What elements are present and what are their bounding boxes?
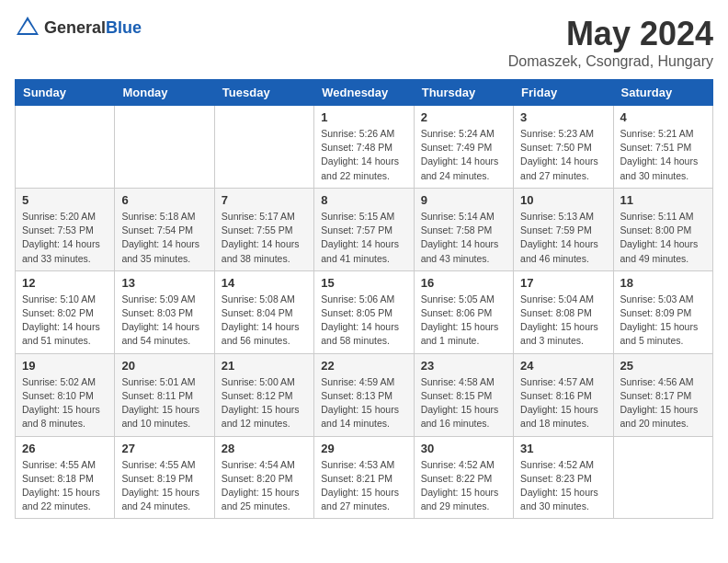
calendar-cell: 10Sunrise: 5:13 AM Sunset: 7:59 PM Dayli… — [514, 188, 613, 270]
calendar-cell: 16Sunrise: 5:05 AM Sunset: 8:06 PM Dayli… — [414, 270, 513, 353]
calendar-cell: 22Sunrise: 4:59 AM Sunset: 8:13 PM Dayli… — [314, 353, 414, 436]
calendar-cell: 21Sunrise: 5:00 AM Sunset: 8:12 PM Dayli… — [214, 353, 313, 436]
calendar-cell: 11Sunrise: 5:11 AM Sunset: 8:00 PM Dayli… — [613, 188, 712, 270]
calendar-cell: 6Sunrise: 5:18 AM Sunset: 7:54 PM Daylig… — [115, 188, 214, 270]
calendar-cell: 1Sunrise: 5:26 AM Sunset: 7:48 PM Daylig… — [314, 106, 414, 189]
weekday-header-tuesday: Tuesday — [214, 80, 313, 106]
calendar-cell: 20Sunrise: 5:01 AM Sunset: 8:11 PM Dayli… — [115, 353, 214, 436]
day-info: Sunrise: 4:55 AM Sunset: 8:18 PM Dayligh… — [22, 458, 108, 514]
day-info: Sunrise: 4:54 AM Sunset: 8:20 PM Dayligh… — [222, 458, 307, 514]
weekday-header-row: SundayMondayTuesdayWednesdayThursdayFrid… — [16, 80, 713, 106]
weekday-header-saturday: Saturday — [613, 80, 712, 106]
day-number: 9 — [421, 193, 506, 207]
day-number: 24 — [520, 359, 606, 373]
day-info: Sunrise: 4:52 AM Sunset: 8:23 PM Dayligh… — [520, 458, 606, 514]
day-number: 20 — [121, 359, 207, 373]
day-number: 17 — [520, 276, 606, 290]
day-info: Sunrise: 5:18 AM Sunset: 7:54 PM Dayligh… — [121, 210, 207, 266]
month-title: May 2024 — [508, 15, 713, 53]
day-info: Sunrise: 5:21 AM Sunset: 7:51 PM Dayligh… — [620, 127, 706, 183]
day-info: Sunrise: 5:20 AM Sunset: 7:53 PM Dayligh… — [22, 210, 108, 266]
day-info: Sunrise: 5:24 AM Sunset: 7:49 PM Dayligh… — [421, 127, 506, 183]
day-info: Sunrise: 4:56 AM Sunset: 8:17 PM Dayligh… — [620, 375, 706, 431]
day-info: Sunrise: 5:11 AM Sunset: 8:00 PM Dayligh… — [620, 210, 706, 266]
calendar-cell — [613, 436, 712, 519]
day-number: 23 — [421, 359, 506, 373]
day-number: 8 — [321, 193, 406, 207]
day-number: 12 — [22, 276, 108, 290]
day-number: 10 — [520, 193, 606, 207]
calendar-cell: 18Sunrise: 5:03 AM Sunset: 8:09 PM Dayli… — [613, 270, 712, 353]
day-info: Sunrise: 4:55 AM Sunset: 8:19 PM Dayligh… — [121, 458, 207, 514]
calendar-cell: 2Sunrise: 5:24 AM Sunset: 7:49 PM Daylig… — [414, 106, 513, 189]
calendar-cell: 5Sunrise: 5:20 AM Sunset: 7:53 PM Daylig… — [16, 188, 115, 270]
day-number: 31 — [520, 442, 606, 455]
day-number: 1 — [321, 110, 406, 124]
day-number: 4 — [620, 110, 706, 124]
day-info: Sunrise: 4:57 AM Sunset: 8:16 PM Dayligh… — [520, 375, 606, 431]
day-info: Sunrise: 5:26 AM Sunset: 7:48 PM Dayligh… — [321, 127, 406, 183]
day-info: Sunrise: 5:14 AM Sunset: 7:58 PM Dayligh… — [421, 210, 506, 266]
weekday-header-friday: Friday — [514, 80, 613, 106]
day-number: 19 — [22, 359, 108, 373]
calendar-cell: 24Sunrise: 4:57 AM Sunset: 8:16 PM Dayli… — [514, 353, 613, 436]
calendar-cell — [115, 106, 214, 189]
calendar-week-row: 1Sunrise: 5:26 AM Sunset: 7:48 PM Daylig… — [16, 106, 713, 189]
location-title: Domaszek, Csongrad, Hungary — [508, 53, 713, 70]
calendar-cell: 27Sunrise: 4:55 AM Sunset: 8:19 PM Dayli… — [115, 436, 214, 519]
day-number: 29 — [321, 442, 406, 455]
title-block: May 2024 Domaszek, Csongrad, Hungary — [508, 15, 713, 70]
calendar-week-row: 26Sunrise: 4:55 AM Sunset: 8:18 PM Dayli… — [16, 436, 713, 519]
day-info: Sunrise: 5:06 AM Sunset: 8:05 PM Dayligh… — [321, 293, 406, 349]
calendar-cell: 15Sunrise: 5:06 AM Sunset: 8:05 PM Dayli… — [314, 270, 414, 353]
calendar-cell: 3Sunrise: 5:23 AM Sunset: 7:50 PM Daylig… — [514, 106, 613, 189]
calendar-cell: 29Sunrise: 4:53 AM Sunset: 8:21 PM Dayli… — [314, 436, 414, 519]
calendar-cell: 19Sunrise: 5:02 AM Sunset: 8:10 PM Dayli… — [16, 353, 115, 436]
day-number: 25 — [620, 359, 706, 373]
day-number: 2 — [421, 110, 506, 124]
day-number: 22 — [321, 359, 406, 373]
day-number: 11 — [620, 193, 706, 207]
calendar-week-row: 12Sunrise: 5:10 AM Sunset: 8:02 PM Dayli… — [16, 270, 713, 353]
day-info: Sunrise: 5:00 AM Sunset: 8:12 PM Dayligh… — [222, 375, 307, 431]
day-info: Sunrise: 5:23 AM Sunset: 7:50 PM Dayligh… — [520, 127, 606, 183]
day-info: Sunrise: 5:02 AM Sunset: 8:10 PM Dayligh… — [22, 375, 108, 431]
calendar-cell: 28Sunrise: 4:54 AM Sunset: 8:20 PM Dayli… — [214, 436, 313, 519]
logo-icon — [15, 15, 40, 40]
day-number: 16 — [421, 276, 506, 290]
day-number: 5 — [22, 193, 108, 207]
day-info: Sunrise: 5:04 AM Sunset: 8:08 PM Dayligh… — [520, 293, 606, 349]
day-info: Sunrise: 5:17 AM Sunset: 7:55 PM Dayligh… — [222, 210, 307, 266]
day-number: 30 — [421, 442, 506, 455]
weekday-header-thursday: Thursday — [414, 80, 513, 106]
calendar-cell: 12Sunrise: 5:10 AM Sunset: 8:02 PM Dayli… — [16, 270, 115, 353]
day-info: Sunrise: 5:03 AM Sunset: 8:09 PM Dayligh… — [620, 293, 706, 349]
calendar-cell: 8Sunrise: 5:15 AM Sunset: 7:57 PM Daylig… — [314, 188, 414, 270]
day-number: 14 — [222, 276, 307, 290]
calendar-table: SundayMondayTuesdayWednesdayThursdayFrid… — [15, 79, 713, 519]
day-number: 26 — [22, 442, 108, 455]
calendar-cell — [214, 106, 313, 189]
day-info: Sunrise: 4:58 AM Sunset: 8:15 PM Dayligh… — [421, 375, 506, 431]
calendar-cell: 7Sunrise: 5:17 AM Sunset: 7:55 PM Daylig… — [214, 188, 313, 270]
day-info: Sunrise: 5:09 AM Sunset: 8:03 PM Dayligh… — [121, 293, 207, 349]
day-info: Sunrise: 5:08 AM Sunset: 8:04 PM Dayligh… — [222, 293, 307, 349]
day-number: 3 — [520, 110, 606, 124]
calendar-cell: 26Sunrise: 4:55 AM Sunset: 8:18 PM Dayli… — [16, 436, 115, 519]
page-header: GeneralBlue May 2024 Domaszek, Csongrad,… — [15, 15, 713, 70]
weekday-header-monday: Monday — [115, 80, 214, 106]
day-info: Sunrise: 5:13 AM Sunset: 7:59 PM Dayligh… — [520, 210, 606, 266]
calendar-cell — [16, 106, 115, 189]
calendar-week-row: 5Sunrise: 5:20 AM Sunset: 7:53 PM Daylig… — [16, 188, 713, 270]
weekday-header-wednesday: Wednesday — [314, 80, 414, 106]
day-number: 28 — [222, 442, 307, 455]
logo-general: General — [44, 18, 106, 37]
day-info: Sunrise: 5:05 AM Sunset: 8:06 PM Dayligh… — [421, 293, 506, 349]
day-number: 15 — [321, 276, 406, 290]
calendar-cell: 25Sunrise: 4:56 AM Sunset: 8:17 PM Dayli… — [613, 353, 712, 436]
day-number: 18 — [620, 276, 706, 290]
day-number: 7 — [222, 193, 307, 207]
day-number: 6 — [121, 193, 207, 207]
calendar-cell: 17Sunrise: 5:04 AM Sunset: 8:08 PM Dayli… — [514, 270, 613, 353]
day-info: Sunrise: 5:01 AM Sunset: 8:11 PM Dayligh… — [121, 375, 207, 431]
